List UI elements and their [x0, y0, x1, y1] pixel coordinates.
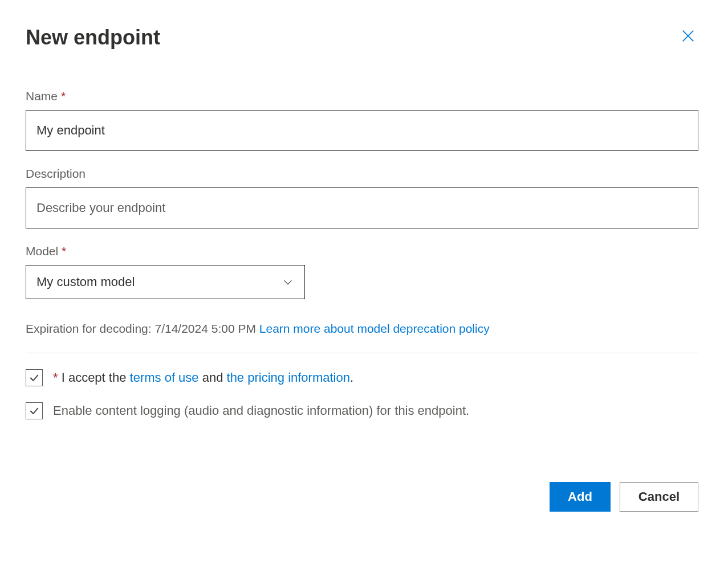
model-field-group: Model * My custom model [26, 244, 698, 299]
close-icon [680, 28, 696, 44]
cancel-button[interactable]: Cancel [620, 482, 698, 512]
model-label: Model * [26, 244, 698, 258]
dialog-footer: Add Cancel [26, 482, 698, 512]
model-selected-value: My custom model [36, 275, 135, 289]
description-field-group: Description [26, 167, 698, 228]
required-asterisk: * [62, 244, 66, 258]
expiration-date: 7/14/2024 5:00 PM [154, 322, 255, 335]
dialog-title: New endpoint [26, 26, 160, 50]
logging-label: Enable content logging (audio and diagno… [53, 403, 469, 418]
terms-label: * I accept the terms of use and the pric… [53, 370, 353, 385]
pricing-information-link[interactable]: the pricing information [227, 370, 350, 385]
terms-checkbox-row: * I accept the terms of use and the pric… [26, 369, 698, 386]
deprecation-policy-link[interactable]: Learn more about model deprecation polic… [259, 322, 490, 335]
required-asterisk: * [53, 370, 58, 385]
dialog-header: New endpoint [26, 26, 698, 50]
expiration-info: Expiration for decoding: 7/14/2024 5:00 … [26, 322, 698, 353]
name-label: Name * [26, 89, 698, 103]
checkmark-icon [29, 405, 40, 416]
terms-checkbox[interactable] [26, 369, 43, 386]
expiration-prefix: Expiration for decoding: [26, 322, 154, 335]
model-select[interactable]: My custom model [26, 265, 305, 299]
terms-of-use-link[interactable]: terms of use [130, 370, 199, 385]
chevron-down-icon [282, 276, 294, 288]
add-button[interactable]: Add [550, 482, 611, 512]
description-label: Description [26, 167, 698, 181]
checkmark-icon [29, 372, 40, 383]
name-field-group: Name * [26, 89, 698, 151]
logging-checkbox-row: Enable content logging (audio and diagno… [26, 402, 698, 419]
close-button[interactable] [678, 26, 698, 46]
name-input[interactable] [26, 110, 698, 151]
model-select-wrapper: My custom model [26, 265, 305, 299]
required-asterisk: * [61, 89, 66, 103]
logging-checkbox[interactable] [26, 402, 43, 419]
description-input[interactable] [26, 187, 698, 228]
